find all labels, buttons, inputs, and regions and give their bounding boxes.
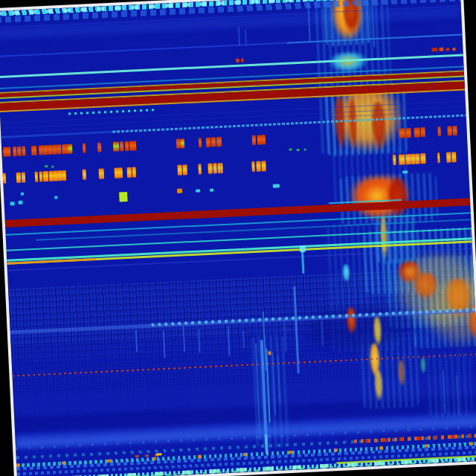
signal-dot — [431, 48, 437, 51]
burst-rect — [35, 172, 39, 182]
burst-rect — [57, 144, 62, 154]
dash-row — [68, 109, 155, 115]
signal-dot — [177, 189, 182, 193]
burst-rect — [261, 161, 266, 171]
burst-rect — [393, 155, 396, 165]
burst-rect — [126, 167, 132, 178]
signal-dot — [273, 184, 280, 187]
burst-rect — [132, 167, 136, 177]
signal-dot — [236, 59, 239, 62]
burst-rect — [415, 153, 420, 164]
burst-rect — [199, 138, 202, 147]
spectrogram-frame — [0, 0, 476, 476]
signal-blob — [296, 303, 419, 356]
burst-rect — [13, 147, 17, 156]
burst-rect — [16, 173, 22, 183]
signal-dot — [45, 165, 48, 167]
signal-wash — [425, 353, 473, 419]
burst-rect — [262, 135, 266, 144]
dash-row — [112, 114, 466, 132]
burst-rect — [420, 153, 426, 164]
burst-rect — [22, 146, 26, 155]
signal-dot — [51, 166, 54, 168]
burst-rect — [62, 170, 67, 181]
signal-blob — [329, 52, 367, 73]
signal-blob — [342, 264, 350, 282]
v-streak — [300, 245, 306, 252]
burst-rect — [451, 152, 457, 162]
v-streak — [238, 27, 240, 46]
burst-rect — [216, 137, 222, 147]
signal-dot — [446, 48, 449, 51]
burst-rect — [3, 173, 7, 184]
burst-rect — [39, 171, 43, 181]
burst-rect — [83, 144, 86, 153]
burst-rect — [114, 167, 123, 178]
signal-dot — [119, 192, 128, 202]
burst-rect — [17, 147, 22, 156]
signal-dot — [289, 148, 292, 150]
burst-rect — [43, 171, 49, 181]
signal-dot — [210, 189, 213, 192]
burst-rect — [251, 161, 255, 172]
signal-dot — [452, 48, 455, 51]
burst-rect — [125, 141, 129, 151]
signal-dot — [304, 149, 306, 151]
burst-rect — [97, 143, 102, 152]
burst-rect — [3, 147, 11, 156]
signal-dot — [196, 189, 200, 192]
spectrogram-surface — [0, 0, 476, 476]
signal-dot — [21, 193, 24, 196]
signal-blob — [346, 307, 358, 335]
burst-rect — [31, 146, 37, 155]
burst-rect — [452, 126, 457, 135]
burst-rect — [68, 144, 73, 153]
signal-dot — [402, 170, 408, 173]
burst-rect — [399, 154, 405, 164]
signal-dot — [18, 201, 22, 205]
burst-rect — [405, 128, 411, 138]
burst-rect — [83, 170, 87, 180]
burst-rect — [446, 152, 451, 162]
screenshot-root — [0, 0, 476, 476]
burst-rect — [99, 168, 105, 178]
burst-rect — [182, 164, 187, 175]
burst-rect — [213, 163, 217, 173]
dash-row — [365, 434, 476, 443]
burst-rect — [399, 128, 405, 138]
burst-rect — [120, 141, 124, 151]
burst-rect — [181, 138, 185, 148]
signal-dot — [10, 202, 14, 205]
signal-dot — [156, 453, 162, 455]
burst-rect — [22, 172, 26, 182]
burst-rect — [256, 161, 261, 172]
burst-rect — [208, 164, 213, 174]
signal-dot — [439, 48, 443, 51]
signal-dot — [54, 196, 57, 199]
burst-rect — [437, 152, 440, 163]
burst-rect — [198, 164, 202, 174]
burst-rect — [414, 127, 420, 137]
signal-dot — [297, 149, 300, 151]
burst-rect — [177, 165, 182, 176]
burst-rect — [113, 141, 120, 151]
burst-rect — [211, 137, 216, 147]
burst-rect — [129, 141, 137, 150]
burst-rect — [437, 126, 441, 136]
burst-rect — [420, 127, 425, 137]
signal-blob — [420, 357, 426, 373]
signal-dot — [241, 58, 244, 62]
burst-rect — [206, 138, 211, 147]
burst-rect — [220, 163, 223, 173]
burst-rect — [252, 135, 257, 145]
signal-blob — [387, 178, 409, 217]
signal-dot — [268, 351, 271, 355]
burst-rect — [447, 126, 452, 135]
v-streak — [245, 29, 247, 45]
